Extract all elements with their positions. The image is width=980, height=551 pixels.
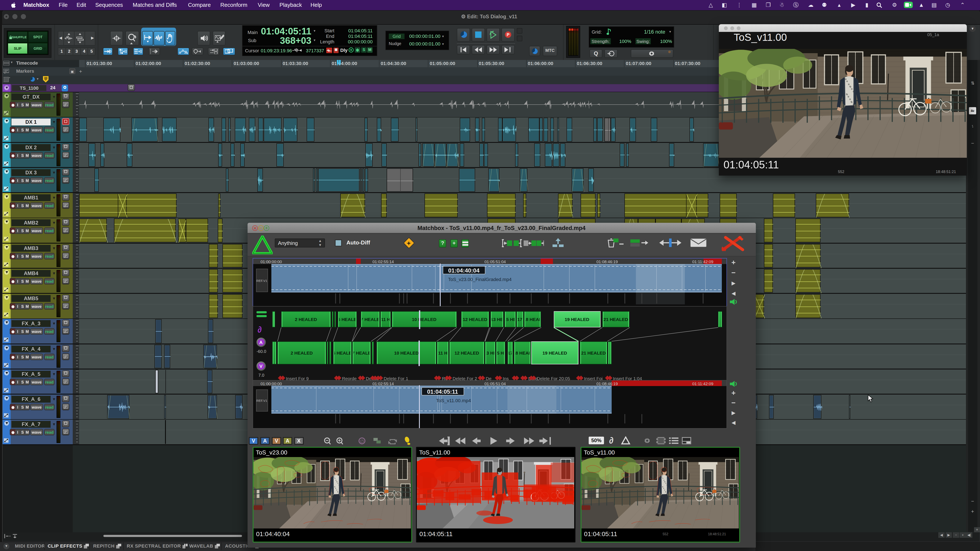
svg-text:P: P (507, 32, 509, 37)
